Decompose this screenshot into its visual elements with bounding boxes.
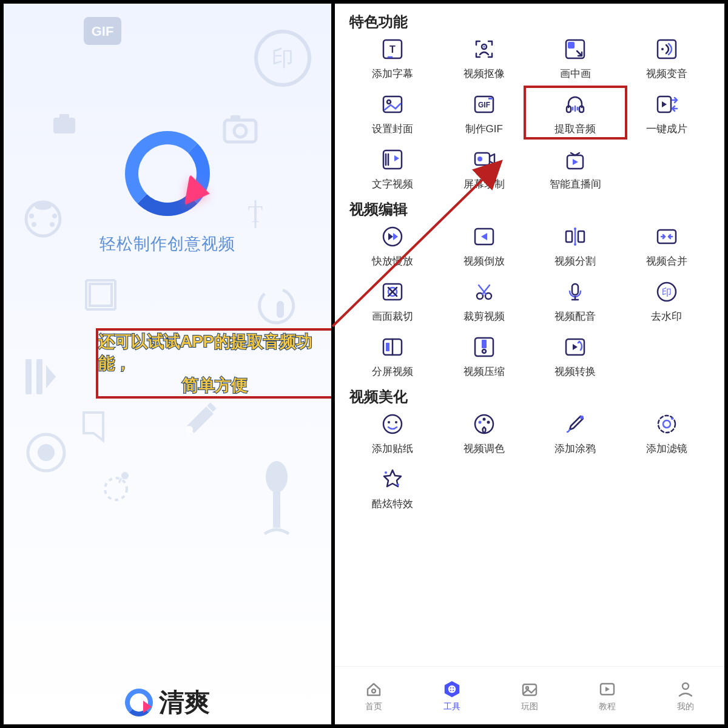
tool-filter[interactable]: 添加滤镜 (624, 411, 710, 456)
svg-rect-8 (231, 115, 240, 121)
color-icon (471, 411, 497, 437)
speed-icon (380, 224, 405, 249)
brand-name: 清爽 (159, 686, 210, 720)
brand-mini-logo-icon (125, 689, 153, 716)
tool-live[interactable]: 智能直播间 (532, 147, 619, 191)
tool-gif[interactable]: GIF制作GIF (441, 92, 528, 136)
svg-marker-48 (662, 101, 667, 107)
svg-rect-18 (25, 359, 32, 394)
svg-marker-59 (393, 233, 398, 240)
logo-play-icon (184, 174, 212, 209)
tab-label: 我的 (677, 701, 694, 712)
filter-icon (654, 411, 679, 437)
svg-text:GIF: GIF (478, 101, 490, 109)
tab-home[interactable]: 首页 (364, 679, 383, 712)
svg-point-13 (50, 222, 55, 227)
tool-label: 添加滤镜 (646, 442, 687, 456)
tab-tools[interactable]: 工具 (442, 679, 462, 712)
svg-point-10 (35, 203, 52, 210)
tool-voice[interactable]: 视频变音 (624, 36, 710, 81)
tool-mic[interactable]: 视频配音 (532, 279, 619, 323)
tool-reverse[interactable]: 视频倒放 (441, 224, 528, 268)
highlight-box (524, 86, 627, 140)
tool-crop[interactable]: 画面裁切 (349, 279, 436, 323)
tab-profile[interactable]: 我的 (676, 679, 695, 712)
tool-label: 设置封面 (372, 122, 413, 136)
tool-merge[interactable]: 视频合并 (624, 224, 710, 268)
svg-point-87 (395, 421, 397, 423)
svg-point-11 (29, 214, 34, 218)
person-icon (471, 36, 497, 62)
tool-textvideo[interactable]: 文字视频 (349, 147, 436, 191)
svg-point-91 (487, 421, 490, 424)
svg-point-104 (682, 683, 689, 689)
tool-convert[interactable]: 视频转换 (532, 334, 619, 379)
svg-point-32 (483, 46, 485, 48)
tool-label: 一键成片 (646, 122, 687, 136)
sticker-icon (380, 411, 405, 437)
home-tab-icon (364, 679, 383, 699)
tool-cut[interactable]: 裁剪视频 (441, 279, 528, 323)
svg-point-92 (580, 416, 584, 419)
svg-point-23 (38, 444, 55, 461)
tool-pip[interactable]: 画中画 (532, 36, 619, 81)
svg-rect-19 (36, 359, 42, 394)
tools-tab-icon (442, 679, 462, 699)
svg-text:GIF: GIF (92, 24, 114, 39)
svg-point-7 (234, 125, 246, 137)
tool-sticker[interactable]: 添加贴纸 (349, 411, 436, 456)
cut-icon (471, 279, 497, 305)
tool-label: 视频分割 (554, 254, 596, 268)
tool-label: 视频压缩 (463, 365, 505, 379)
voice-icon (654, 36, 679, 62)
tool-label: 画面裁切 (372, 309, 413, 323)
effects-icon (380, 467, 405, 492)
tool-headphone[interactable]: 提取音频 (532, 92, 619, 136)
tool-split[interactable]: 视频分割 (532, 224, 619, 268)
svg-point-66 (574, 243, 576, 246)
tool-effects[interactable]: 酷炫特效 (349, 467, 436, 511)
tool-watermark[interactable]: 印去水印 (624, 279, 710, 323)
svg-text:印: 印 (662, 287, 672, 297)
tool-record[interactable]: 屏幕录制 (441, 147, 528, 191)
annotation-line1: 还可以试试APP的提取音频功能， (98, 331, 331, 374)
svg-marker-84 (573, 344, 578, 350)
svg-rect-17 (277, 301, 284, 318)
svg-point-90 (482, 418, 485, 421)
tool-text[interactable]: T添加字幕 (349, 36, 436, 81)
tab-label: 首页 (365, 701, 382, 712)
tab-pictures[interactable]: 玩图 (520, 679, 539, 712)
svg-rect-72 (572, 284, 578, 295)
tool-quickvideo[interactable]: 一键成片 (624, 92, 710, 136)
tool-person[interactable]: 视频抠像 (441, 36, 528, 81)
tool-label: 添加涂鸦 (554, 442, 596, 456)
tool-label: 去水印 (651, 309, 682, 323)
brand-footer: 清爽 (125, 686, 210, 720)
tool-brush[interactable]: 添加涂鸦 (532, 411, 619, 456)
tool-label: 添加贴纸 (372, 442, 413, 456)
brush-icon (562, 411, 588, 437)
merge-icon (654, 224, 679, 249)
tool-label: 视频调色 (463, 442, 505, 456)
svg-point-86 (388, 421, 390, 423)
svg-point-24 (105, 478, 127, 500)
tool-label: 视频倒放 (463, 254, 505, 268)
svg-point-101 (526, 687, 528, 689)
tool-label: 屏幕录制 (463, 177, 505, 191)
tool-image[interactable]: 设置封面 (349, 92, 436, 136)
slogan-text: 轻松制作创意视频 (99, 233, 235, 255)
svg-rect-62 (566, 231, 572, 242)
tool-label: 视频转换 (554, 365, 596, 379)
svg-rect-34 (568, 42, 575, 49)
tab-tutorial[interactable]: 教程 (598, 679, 617, 712)
svg-point-96 (397, 484, 399, 486)
tool-label: 分屏视频 (372, 365, 413, 379)
textvideo-icon (380, 147, 405, 172)
tool-splitscreen[interactable]: 分屏视频 (349, 334, 436, 379)
tool-compress[interactable]: 视频压缩 (441, 334, 528, 379)
section-title: 视频编辑 (349, 200, 710, 219)
svg-rect-79 (386, 343, 389, 351)
tool-color[interactable]: 视频调色 (441, 411, 528, 456)
svg-rect-63 (578, 231, 584, 242)
tool-speed[interactable]: 快放慢放 (349, 224, 436, 268)
